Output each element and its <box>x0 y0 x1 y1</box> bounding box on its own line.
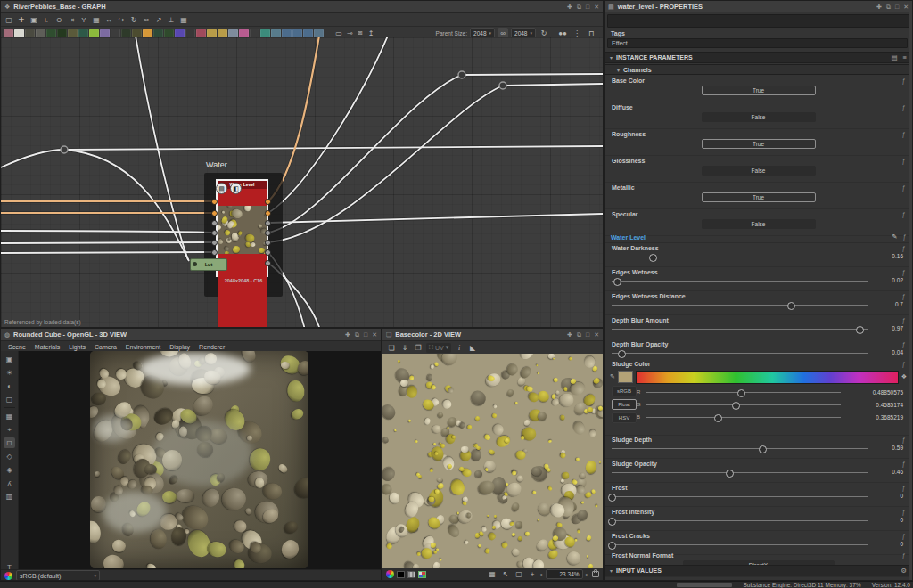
info-icon[interactable]: i. <box>41 14 52 25</box>
directional-warp-node-icon[interactable] <box>68 29 78 38</box>
view2d-titlebar[interactable]: ❏ Basecolor - 2D VIEW ✚⧉□✕ <box>382 329 603 341</box>
slider-track[interactable] <box>612 448 868 449</box>
pin-icon[interactable]: ✚ <box>345 331 350 339</box>
texture-set-icon[interactable]: T <box>4 561 15 569</box>
light-icon[interactable]: ☀ <box>4 367 15 378</box>
slider-track-zone[interactable] <box>646 412 841 424</box>
toggle-base-color[interactable]: True <box>702 86 816 95</box>
gizmo-icon[interactable]: ʎ <box>4 478 15 488</box>
slider-track-zone[interactable] <box>612 515 868 527</box>
wire-dot[interactable] <box>458 71 465 78</box>
basecolor-texture-render[interactable] <box>382 354 603 568</box>
slider-track-zone[interactable] <box>646 387 841 399</box>
slider-knob[interactable] <box>608 494 616 502</box>
float-icon[interactable]: ⧉ <box>577 4 581 11</box>
layers-icon[interactable]: ❏ <box>386 342 397 353</box>
text-b-node-icon[interactable] <box>218 29 227 38</box>
function-icon[interactable]: ƒ <box>901 184 905 191</box>
link-curve-icon[interactable]: ↪ <box>116 14 127 25</box>
node-port-color[interactable] <box>211 210 218 216</box>
node-port[interactable] <box>211 230 218 236</box>
background-gray-swatch[interactable] <box>407 571 415 578</box>
slider-track[interactable] <box>646 404 841 405</box>
copy-icon[interactable]: ❐ <box>413 342 424 353</box>
slider-track-zone[interactable] <box>612 491 868 502</box>
function-icon[interactable]: ƒ <box>901 293 905 299</box>
close-icon[interactable]: ✕ <box>372 331 377 339</box>
maximize-icon[interactable]: □ <box>364 331 367 339</box>
shape-node-icon[interactable] <box>100 29 110 38</box>
menu-display[interactable]: Display <box>169 344 190 350</box>
warp-node-icon[interactable] <box>196 29 206 38</box>
colorspace-2d-icon[interactable] <box>386 570 394 578</box>
transform-node-icon[interactable] <box>228 29 238 38</box>
function-icon[interactable]: ƒ <box>901 78 905 84</box>
uniform-color-node-icon[interactable] <box>4 29 13 38</box>
sharpen-node-icon[interactable] <box>153 29 163 38</box>
pyramid-node-icon[interactable] <box>164 29 174 38</box>
float-icon[interactable]: ⧉ <box>886 4 891 11</box>
hue-gradient-bar[interactable] <box>636 371 899 384</box>
menu-renderer[interactable]: Renderer <box>199 344 225 350</box>
lock-zoom-icon[interactable] <box>592 571 599 577</box>
node-port[interactable] <box>211 249 218 256</box>
function-icon[interactable]: ƒ <box>901 317 905 323</box>
grid-snap-icon[interactable]: ▦ <box>178 14 189 25</box>
search-icon[interactable]: ⊙ <box>53 14 64 25</box>
save-icon[interactable]: ⇓ <box>399 342 410 353</box>
maximize-icon[interactable]: □ <box>895 4 899 11</box>
slider-track-zone[interactable] <box>612 323 868 335</box>
frame-d-node-icon[interactable] <box>303 29 313 38</box>
bookmark-icon[interactable]: ▤ <box>892 53 898 61</box>
toggle-glossiness[interactable]: False <box>702 166 816 176</box>
node-port[interactable] <box>265 249 271 256</box>
wave-node-icon[interactable] <box>260 29 270 38</box>
lut-input-port[interactable] <box>193 262 197 266</box>
float-icon[interactable]: ⧉ <box>577 331 581 339</box>
axes-icon[interactable]: + <box>4 424 15 435</box>
pan-2d-icon[interactable]: + <box>527 569 538 580</box>
export-icon[interactable]: ↗ <box>153 14 164 25</box>
curve-node-icon[interactable] <box>46 29 56 38</box>
function-icon[interactable]: ƒ <box>901 245 905 251</box>
align-icon[interactable]: ⇥ <box>66 14 77 25</box>
node-port-color[interactable] <box>211 199 218 205</box>
eyedropper-icon[interactable]: ✎ <box>610 373 615 380</box>
slider-knob[interactable] <box>608 542 616 550</box>
function-icon[interactable]: ƒ <box>901 437 905 443</box>
slider-knob[interactable] <box>613 278 621 286</box>
split-output-icon[interactable]: Y <box>78 14 89 25</box>
input-values-header[interactable]: ▾ INPUT VALUES ⚙ <box>605 565 912 576</box>
frame-zero-icon[interactable]: ▢ <box>4 394 15 404</box>
info-2d-icon[interactable]: i <box>454 342 465 353</box>
slider-track-zone[interactable] <box>612 251 868 263</box>
frame-a-node-icon[interactable] <box>271 29 281 38</box>
pin-icon[interactable]: ✚ <box>567 331 572 339</box>
channel-shuffle-node-icon[interactable] <box>36 29 45 38</box>
palette-icon[interactable]: ❖ <box>901 373 907 380</box>
rotate-icon[interactable]: ↻ <box>128 14 139 25</box>
pin-tool-icon[interactable]: ⊥ <box>166 14 177 25</box>
slider-knob[interactable] <box>856 326 864 334</box>
graph-canvas[interactable]: Water Water Level 2048x2048 - C16 ▤ ◧ Lu… <box>1 37 603 328</box>
slider-knob[interactable] <box>649 254 657 262</box>
rounded-cube-render[interactable] <box>90 351 308 568</box>
svg-node-icon[interactable] <box>239 29 249 38</box>
frame-c-node-icon[interactable] <box>292 29 302 38</box>
function-icon[interactable]: ƒ <box>902 233 906 241</box>
node-port[interactable] <box>265 220 271 226</box>
menu-environment[interactable]: Environment <box>126 344 160 350</box>
node-preview-image-button[interactable]: ◧ <box>230 183 242 194</box>
view3d-viewport[interactable]: ▣☀◐▢▦+□◇◈ʎ▥T <box>1 351 381 569</box>
slider-track-zone[interactable] <box>612 539 868 551</box>
crop-node-icon[interactable] <box>185 29 195 38</box>
slider-track[interactable] <box>612 520 868 521</box>
geometry-cube-icon[interactable]: □ <box>4 437 15 448</box>
color-match-node-icon[interactable] <box>175 29 185 38</box>
slider-track-zone[interactable] <box>612 467 868 478</box>
function-icon[interactable]: ƒ <box>901 269 905 275</box>
node-preview-doc-button[interactable]: ▤ <box>216 183 227 194</box>
pin-icon[interactable]: ✚ <box>876 4 882 11</box>
histogram-icon[interactable]: ◣ <box>467 342 478 353</box>
picker-icon[interactable]: ↖ <box>500 569 511 580</box>
